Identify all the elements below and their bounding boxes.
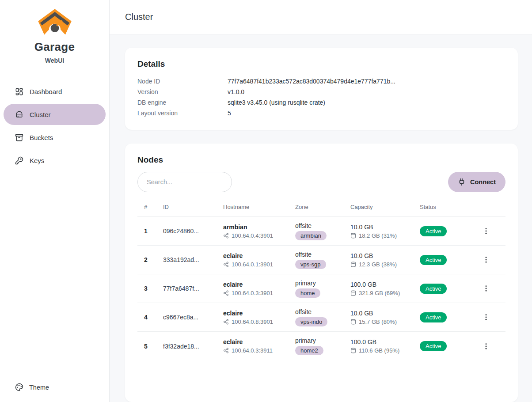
status-badge: Active <box>420 226 447 236</box>
network-share-icon <box>223 348 229 353</box>
usage: 12.3 GB (38%) <box>359 261 397 268</box>
plug-icon <box>458 178 466 186</box>
page-content: Details Node ID 77f7a6487f41b233ac572ac8… <box>110 34 532 402</box>
storage-icon <box>350 290 356 296</box>
hostname: eclaire <box>223 310 295 317</box>
garage-logo-icon <box>37 7 73 38</box>
capacity: 100.0 GB <box>350 281 420 288</box>
network-share-icon <box>223 233 229 239</box>
detail-label: Version <box>137 87 228 97</box>
nodes-toolbar: Connect <box>137 172 505 192</box>
app-name: Garage <box>0 40 109 54</box>
node-id: f3f32ade18... <box>163 343 223 350</box>
column-header-id: ID <box>163 204 223 210</box>
node-address: 100.64.0.8:3901 <box>232 319 273 325</box>
table-row: 1 096c24860... armbian 100.64.0.4:3901 o… <box>137 217 505 246</box>
row-menu-button[interactable] <box>479 253 493 266</box>
detail-row-node-id: Node ID 77f7a6487f41b233ac572ac83d00374b… <box>137 76 505 87</box>
storage-icon <box>350 262 356 267</box>
search-input[interactable] <box>137 172 232 192</box>
sidebar-item-label: Cluster <box>30 111 51 118</box>
sidebar-nav: Dashboard Cluster Buckets Keys <box>0 81 109 171</box>
row-number: 1 <box>137 228 163 235</box>
nodes-table: # ID Hostname Zone Capacity Status 1 096… <box>137 202 505 360</box>
zone-tag-badge: armbian <box>295 231 327 240</box>
row-number: 4 <box>137 314 163 321</box>
capacity: 100.0 GB <box>350 338 420 345</box>
usage: 110.6 GB (95%) <box>359 347 399 354</box>
detail-label: Layout version <box>137 108 228 118</box>
row-menu-button[interactable] <box>479 282 493 295</box>
detail-value: sqlite3 v3.45.0 (using rusqlite crate) <box>228 97 325 108</box>
node-address: 100.64.0.3:3911 <box>232 347 273 354</box>
palette-icon <box>15 383 23 391</box>
sidebar-item-dashboard[interactable]: Dashboard <box>4 81 106 102</box>
sidebar-item-label: Dashboard <box>30 88 62 95</box>
capacity: 10.0 GB <box>350 224 420 231</box>
keys-icon <box>15 156 23 165</box>
kebab-menu-icon <box>482 342 490 350</box>
node-id: 096c24860... <box>163 228 223 235</box>
usage: 15.7 GB (80%) <box>359 319 397 325</box>
storage-icon <box>350 319 356 325</box>
node-id: 333a192ad... <box>163 256 223 263</box>
node-address: 100.64.0.3:3901 <box>232 290 273 296</box>
node-address: 100.64.0.4:3901 <box>232 232 273 239</box>
status-badge: Active <box>420 284 447 294</box>
row-number: 2 <box>137 256 163 263</box>
usage: 18.2 GB (31%) <box>359 232 397 239</box>
hostname: eclaire <box>223 281 295 288</box>
page-title: Cluster <box>125 12 153 22</box>
detail-label: DB engine <box>137 97 228 108</box>
storage-icon <box>350 348 356 353</box>
column-header-capacity: Capacity <box>350 204 420 210</box>
node-address: 100.64.0.1:3901 <box>232 261 273 268</box>
kebab-menu-icon <box>482 284 490 292</box>
sidebar: Garage WebUI Dashboard Cluster Bu <box>0 0 110 402</box>
app-branding: Garage WebUI <box>0 0 109 64</box>
zone-name: offsite <box>295 222 350 229</box>
theme-label: Theme <box>29 384 49 391</box>
node-id: 77f7a6487f... <box>163 285 223 292</box>
theme-toggle[interactable]: Theme <box>0 383 109 402</box>
zone-name: primary <box>295 337 350 344</box>
hostname: eclaire <box>223 338 295 345</box>
kebab-menu-icon <box>482 227 490 235</box>
hostname: eclaire <box>223 252 295 259</box>
main-area: Cluster Details Node ID 77f7a6487f41b233… <box>110 0 532 402</box>
column-header-hostname: Hostname <box>223 204 295 210</box>
row-menu-button[interactable] <box>479 340 493 353</box>
zone-tag-badge: vps-indo <box>295 317 327 326</box>
row-number: 3 <box>137 285 163 292</box>
zone-tag-badge: vps-sgp <box>295 260 326 269</box>
connect-button[interactable]: Connect <box>448 172 505 192</box>
details-card: Details Node ID 77f7a6487f41b233ac572ac8… <box>125 48 518 130</box>
row-number: 5 <box>137 343 163 350</box>
sidebar-item-cluster[interactable]: Cluster <box>4 104 106 125</box>
table-row: 5 f3f32ade18... eclaire 100.64.0.3:3911 … <box>137 332 505 360</box>
zone-tag-badge: home <box>295 288 320 298</box>
row-menu-button[interactable] <box>479 224 493 238</box>
detail-row-db-engine: DB engine sqlite3 v3.45.0 (using rusqlit… <box>137 97 505 108</box>
detail-value: 77f7a6487f41b233ac572ac83d00374b479d4e1e… <box>228 76 395 87</box>
column-header-status: Status <box>420 204 466 210</box>
kebab-menu-icon <box>482 313 490 321</box>
details-title: Details <box>137 59 505 69</box>
sidebar-item-label: Buckets <box>30 134 53 141</box>
capacity: 10.0 GB <box>350 310 420 317</box>
sidebar-item-keys[interactable]: Keys <box>4 150 106 171</box>
column-header-zone: Zone <box>295 204 350 210</box>
status-badge: Active <box>420 312 447 322</box>
sidebar-item-buckets[interactable]: Buckets <box>4 127 106 148</box>
table-header-row: # ID Hostname Zone Capacity Status <box>137 202 505 217</box>
row-menu-button[interactable] <box>479 311 493 324</box>
table-row: 4 c9667ec8a... eclaire 100.64.0.8:3901 o… <box>137 303 505 332</box>
zone-name: offsite <box>295 308 350 315</box>
sidebar-item-label: Keys <box>30 157 44 164</box>
cluster-drive-icon <box>15 110 23 119</box>
zone-name: offsite <box>295 251 350 258</box>
storage-icon <box>350 233 356 239</box>
kebab-menu-icon <box>482 256 490 264</box>
nodes-title: Nodes <box>137 155 505 165</box>
detail-row-layout-version: Layout version 5 <box>137 108 505 118</box>
